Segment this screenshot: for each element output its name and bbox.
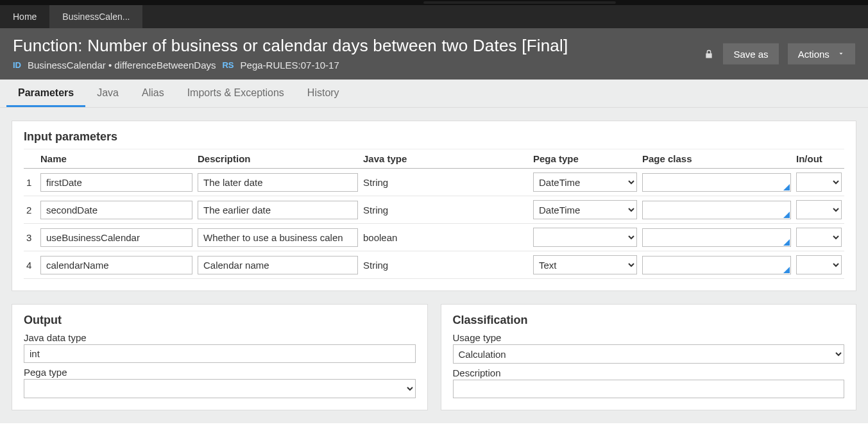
param-page-class-input[interactable]	[642, 201, 791, 219]
classification-title: Classification	[453, 314, 845, 327]
col-description: Description	[195, 149, 361, 169]
usage-type-label: Usage type	[453, 332, 845, 343]
param-java-type: String	[361, 169, 531, 196]
tab-alias[interactable]: Alias	[130, 80, 176, 107]
table-row: 4StringText	[24, 251, 844, 279]
classification-description-input[interactable]	[453, 380, 845, 398]
resize-handle-icon[interactable]	[783, 212, 790, 218]
col-in-out: In/out	[794, 149, 844, 169]
lock-icon	[704, 48, 714, 60]
global-search-remnant[interactable]	[423, 1, 616, 4]
param-inout-select[interactable]	[796, 200, 842, 219]
output-pega-type-select[interactable]	[24, 379, 416, 398]
resize-handle-icon[interactable]	[783, 239, 790, 246]
param-pega-type-select[interactable]	[533, 228, 637, 247]
param-description-input[interactable]	[198, 256, 358, 274]
top-system-bar	[0, 0, 868, 5]
param-name-input[interactable]	[40, 201, 192, 219]
param-page-class-input[interactable]	[642, 228, 791, 247]
param-name-input[interactable]	[40, 228, 192, 247]
actions-button[interactable]: Actions	[788, 44, 855, 65]
param-pega-type-select[interactable]: DateTime	[533, 200, 637, 219]
param-name-input[interactable]	[40, 173, 192, 192]
java-data-type-input[interactable]	[24, 344, 416, 363]
input-parameters-title: Input parameters	[24, 130, 844, 144]
param-java-type: boolean	[361, 224, 531, 251]
param-description-input[interactable]	[198, 173, 358, 192]
chevron-down-icon	[837, 50, 845, 58]
tab-java[interactable]: Java	[85, 80, 130, 107]
resize-handle-icon[interactable]	[783, 267, 790, 273]
output-pega-type-label: Pega type	[24, 367, 416, 378]
java-data-type-label: Java data type	[24, 332, 416, 343]
content-area: Input parameters Name Description Java t…	[0, 108, 868, 423]
param-pega-type-select[interactable]: Text	[533, 255, 637, 274]
id-label: ID	[13, 60, 21, 70]
param-description-input[interactable]	[198, 228, 358, 247]
classification-description-label: Description	[453, 367, 845, 378]
table-row: 1StringDateTime	[24, 169, 844, 196]
rs-value: Pega-RULES:07-10-17	[241, 60, 339, 71]
table-row: 2StringDateTime	[24, 196, 844, 224]
param-inout-select[interactable]	[796, 255, 842, 274]
classification-panel: Classification Usage type Calculation De…	[441, 304, 857, 410]
param-inout-select[interactable]	[796, 228, 842, 247]
input-parameters-panel: Input parameters Name Description Java t…	[12, 121, 856, 291]
col-java-type: Java type	[361, 149, 531, 169]
col-pega-type: Pega type	[531, 149, 640, 169]
param-name-input[interactable]	[40, 256, 192, 274]
usage-type-select[interactable]: Calculation	[453, 344, 845, 364]
tab-current-rule[interactable]: BusinessCalen...	[49, 5, 142, 28]
param-pega-type-select[interactable]: DateTime	[533, 172, 637, 192]
row-index: 2	[24, 196, 38, 224]
col-page-class: Page class	[640, 149, 794, 169]
col-name: Name	[38, 149, 195, 169]
param-java-type: String	[361, 196, 531, 224]
actions-label: Actions	[798, 49, 830, 60]
tab-home[interactable]: Home	[0, 5, 49, 28]
row-index: 3	[24, 224, 38, 251]
row-index: 1	[24, 169, 38, 196]
param-inout-select[interactable]	[796, 172, 842, 192]
tab-parameters[interactable]: Parameters	[6, 80, 85, 107]
id-value: BusinessCalendar • differenceBetweenDays	[28, 60, 216, 71]
rule-form-tabs: Parameters Java Alias Imports & Exceptio…	[0, 80, 868, 108]
save-as-button[interactable]: Save as	[723, 44, 778, 65]
param-page-class-input[interactable]	[642, 173, 791, 192]
param-java-type: String	[361, 251, 531, 279]
param-page-class-input[interactable]	[642, 256, 791, 274]
table-row: 3boolean	[24, 224, 844, 251]
rule-header: Function: Number of business or calendar…	[0, 28, 868, 80]
param-description-input[interactable]	[198, 201, 358, 219]
output-title: Output	[24, 314, 416, 327]
tab-imports-exceptions[interactable]: Imports & Exceptions	[176, 80, 296, 107]
tab-history[interactable]: History	[296, 80, 351, 107]
rs-label: RS	[222, 60, 234, 70]
row-index: 4	[24, 251, 38, 279]
input-parameters-table: Name Description Java type Pega type Pag…	[24, 149, 844, 279]
app-tabs: Home BusinessCalen...	[0, 5, 868, 28]
output-panel: Output Java data type Pega type	[12, 304, 428, 410]
resize-handle-icon[interactable]	[783, 184, 790, 190]
